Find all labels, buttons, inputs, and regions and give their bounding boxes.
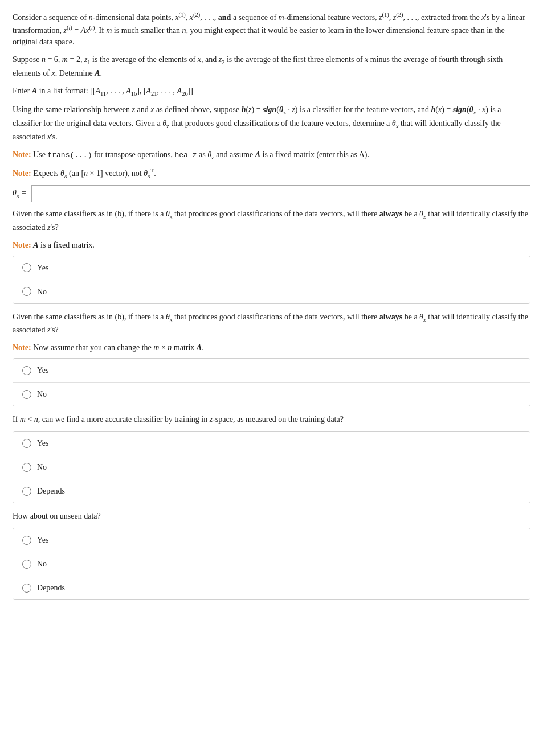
theta-input-label: θx = — [13, 187, 27, 200]
section-b-no-radio[interactable] — [22, 287, 31, 296]
note1: Note: Use trans(...) for transpose opera… — [13, 149, 530, 162]
section-c-no-label: No — [37, 388, 47, 400]
note-c: Note: Now assume that you can change the… — [13, 342, 530, 354]
theta-input[interactable] — [31, 185, 530, 202]
section-e-no-label: No — [37, 558, 47, 570]
intro-para2: Suppose n = 6, m = 2, z1 is the average … — [13, 54, 530, 79]
section-e-yes-radio[interactable] — [22, 536, 31, 545]
section-e-yes-option[interactable]: Yes — [13, 528, 530, 552]
section-c-yes-label: Yes — [37, 364, 48, 376]
section-e-depends-option[interactable]: Depends — [13, 576, 530, 599]
section-b-yes-radio[interactable] — [22, 263, 31, 272]
note-b-label: Note: — [13, 241, 31, 249]
theta-input-row: θx = — [13, 185, 530, 202]
section-d-radio-group: Yes No Depends — [13, 431, 530, 503]
section-b-yes-label: Yes — [37, 262, 48, 274]
section-e-radio-group: Yes No Depends — [13, 528, 530, 600]
section-d-yes-option[interactable]: Yes — [13, 432, 530, 455]
section-d-no-radio[interactable] — [22, 463, 31, 472]
section-e-no-radio[interactable] — [22, 560, 31, 569]
section-e-question: How about on unseen data? — [13, 510, 530, 522]
intro-para4: Using the same relationship between z an… — [13, 104, 530, 142]
note2: Note: Expects θx (an [n × 1] vector), no… — [13, 166, 530, 180]
intro-para1: Consider a sequence of n-dimensional dat… — [13, 10, 530, 48]
section-c-no-option[interactable]: No — [13, 383, 530, 406]
section-d-depends-radio[interactable] — [22, 487, 31, 496]
note2-label: Note: — [13, 169, 31, 178]
section-c-yes-radio[interactable] — [22, 366, 31, 375]
section-d-question: If m < n, can we find a more accurate cl… — [13, 413, 530, 425]
section-d-no-option[interactable]: No — [13, 455, 530, 479]
section-e-yes-label: Yes — [37, 534, 48, 546]
section-e-no-option[interactable]: No — [13, 552, 530, 576]
section-c-no-radio[interactable] — [22, 390, 31, 399]
section-d-no-label: No — [37, 461, 47, 473]
section-b-no-option[interactable]: No — [13, 280, 530, 303]
section-e-depends-label: Depends — [37, 582, 65, 594]
section-c-radio-group: Yes No — [13, 358, 530, 406]
section-c-yes-option[interactable]: Yes — [13, 359, 530, 383]
section-d-depends-option[interactable]: Depends — [13, 479, 530, 503]
section-b-no-label: No — [37, 286, 47, 298]
enter-A-format: Enter A in a list format: [[A11, . . . ,… — [13, 85, 530, 98]
section-d-yes-radio[interactable] — [22, 439, 31, 448]
note-b: Note: A is a fixed matrix. — [13, 239, 530, 251]
note1-label: Note: — [13, 150, 31, 159]
section-b-yes-option[interactable]: Yes — [13, 256, 530, 280]
section-d-yes-label: Yes — [37, 437, 48, 449]
section-c-question: Given the same classifiers as in (b), if… — [13, 311, 530, 336]
note-c-label: Note: — [13, 343, 31, 352]
section-d-depends-label: Depends — [37, 485, 65, 497]
section-e-depends-radio[interactable] — [22, 584, 31, 593]
section-b-question: Given the same classifiers as in (b), if… — [13, 208, 530, 233]
section-b-radio-group: Yes No — [13, 256, 530, 304]
